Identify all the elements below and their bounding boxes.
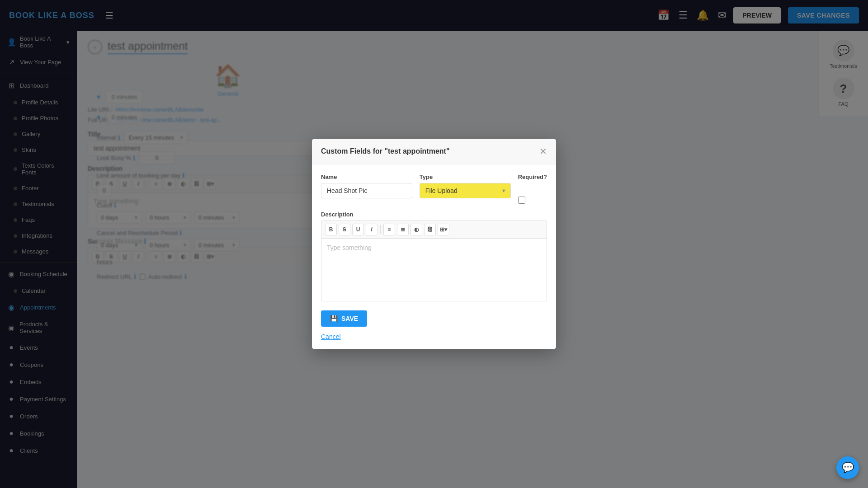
m-bold-btn[interactable]: B (325, 224, 337, 235)
modal-required-checkbox[interactable] (518, 197, 525, 204)
modal-type-col: Type Text File Upload Dropdown Checkbox … (420, 174, 511, 198)
save-disk-icon: 💾 (330, 315, 338, 322)
modal-required-label: Required? (518, 174, 547, 180)
custom-fields-modal: Custom Fields for "test appointment" ✕ N… (312, 139, 556, 349)
modal-fields-row: Name Type Text File Upload Dropdown Chec… (321, 174, 547, 204)
modal-name-col: Name (321, 174, 412, 198)
m-ul-btn[interactable]: ≡ (383, 224, 395, 235)
modal-save-label: SAVE (341, 315, 358, 322)
m-underline-btn[interactable]: U (352, 224, 364, 235)
modal-name-input[interactable] (321, 183, 412, 198)
modal-cancel-button[interactable]: Cancel (321, 333, 341, 340)
modal-required-wrap (518, 183, 547, 204)
m-sep (380, 225, 381, 234)
chat-icon: 💬 (842, 462, 854, 474)
modal-header: Custom Fields for "test appointment" ✕ (312, 139, 556, 164)
modal-footer: 💾 SAVE Cancel (312, 310, 556, 349)
modal-editor-area[interactable]: Type something (321, 238, 547, 301)
modal-type-select[interactable]: Text File Upload Dropdown Checkbox Date (420, 183, 511, 198)
modal-title: Custom Fields for "test appointment" (321, 147, 450, 155)
modal-name-label: Name (321, 174, 412, 180)
m-highlight-btn[interactable]: ◐ (410, 224, 422, 235)
modal-description-label: Description (321, 211, 547, 218)
modal-type-label: Type (420, 174, 511, 180)
modal-editor-toolbar: B S U I ≡ ≣ ◐ ⛓ ⊞▾ (321, 221, 547, 238)
modal-description-placeholder: Type something (327, 244, 372, 251)
modal-body: Name Type Text File Upload Dropdown Chec… (312, 164, 556, 310)
m-ol-btn[interactable]: ≣ (397, 224, 409, 235)
modal-close-button[interactable]: ✕ (539, 146, 547, 157)
m-align-btn[interactable]: ⊞▾ (438, 224, 449, 235)
modal-required-col: Required? (518, 174, 547, 204)
m-strike-btn[interactable]: S (339, 224, 350, 235)
modal-save-button[interactable]: 💾 SAVE (321, 310, 367, 327)
modal-type-select-wrapper: Text File Upload Dropdown Checkbox Date (420, 183, 511, 198)
modal-description-section: Description B S U I ≡ ≣ ◐ ⛓ ⊞▾ Type some… (321, 211, 547, 301)
chat-bubble-button[interactable]: 💬 (836, 456, 859, 479)
m-italic-btn[interactable]: I (366, 224, 377, 235)
m-link-btn[interactable]: ⛓ (424, 224, 436, 235)
